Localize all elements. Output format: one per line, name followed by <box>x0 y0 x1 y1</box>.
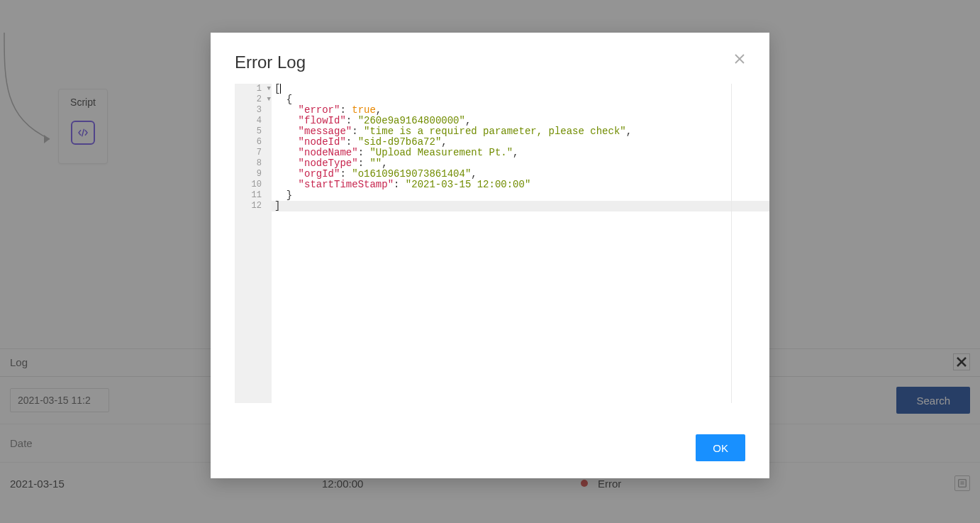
dialog-body: 1▼ 2▼ 3 4 5 6 7 8 9 10 11 12 [ { "error"… <box>211 77 769 422</box>
ruler <box>731 84 732 403</box>
close-icon <box>734 53 745 65</box>
modal-overlay[interactable]: Error Log 1▼ 2▼ 3 4 5 6 7 8 9 10 11 <box>0 0 980 523</box>
fold-icon[interactable]: ▼ <box>267 84 271 94</box>
ok-button[interactable]: OK <box>696 434 745 461</box>
dialog-title: Error Log <box>235 53 306 72</box>
gutter: 1▼ 2▼ 3 4 5 6 7 8 9 10 11 12 <box>235 84 272 403</box>
code-area: [ { "error": true, "flowId": "260e9a9164… <box>272 84 703 403</box>
dialog-footer: OK <box>211 422 769 478</box>
json-viewer[interactable]: 1▼ 2▼ 3 4 5 6 7 8 9 10 11 12 [ { "error"… <box>235 84 703 403</box>
fold-icon[interactable]: ▼ <box>267 94 271 105</box>
dialog-close-button[interactable] <box>734 53 745 67</box>
dialog-header: Error Log <box>211 33 769 77</box>
error-log-dialog: Error Log 1▼ 2▼ 3 4 5 6 7 8 9 10 11 <box>211 33 769 478</box>
